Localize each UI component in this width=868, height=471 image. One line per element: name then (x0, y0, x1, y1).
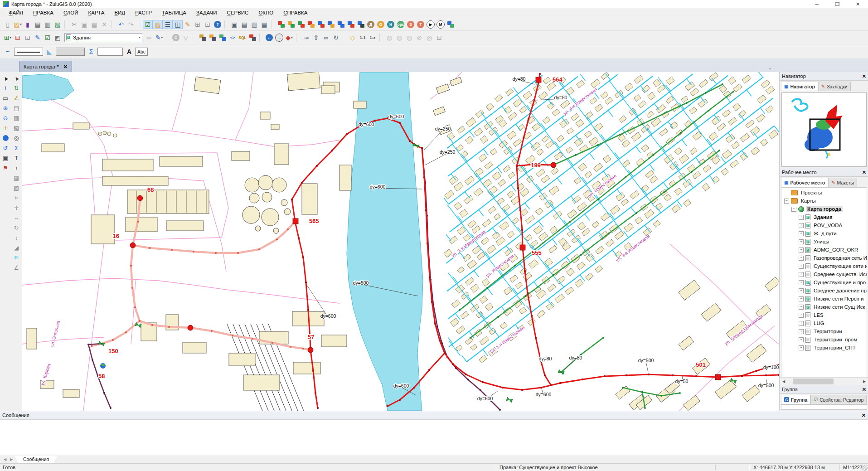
select-rect-tool-icon[interactable]: ▭ (0, 93, 10, 103)
messages-close-icon[interactable]: ✕ (862, 413, 866, 418)
font-a-icon[interactable]: A (124, 47, 134, 56)
minimize-button[interactable]: ─ (807, 0, 827, 8)
nav-forward-icon[interactable]: → (274, 33, 284, 42)
restore-button[interactable]: ❐ (827, 0, 848, 8)
tree-item-улицы[interactable]: +Улицы (781, 238, 867, 246)
import-document-icon[interactable]: ▧ (53, 20, 63, 29)
find-geo-icon[interactable] (247, 33, 257, 42)
label-tag-icon[interactable]: ◇ (348, 33, 358, 42)
scale-one-x-icon[interactable]: 1:x (368, 33, 378, 42)
zoom-out-tool-icon[interactable]: ⊖ (0, 113, 10, 123)
tree-item-admg_gor_okr[interactable]: +ADMG_GOR_OKR (781, 246, 867, 254)
tool-m-icon[interactable]: M (436, 20, 446, 29)
layer-new-icon[interactable]: ⊞▾ (3, 33, 13, 42)
tree-item-les[interactable]: +LES (781, 311, 867, 319)
wave-style-icon[interactable]: ~ (3, 47, 13, 56)
text-tool-icon[interactable]: T (11, 153, 21, 163)
messages-tab[interactable]: Сообщения (15, 456, 58, 463)
tree-expand-icon[interactable]: − (791, 207, 796, 212)
tree-item-газопроводная-сеть-и[interactable]: +Газопроводная сеть И (781, 254, 867, 262)
find-sql-icon[interactable]: SQL (238, 33, 247, 42)
crop-add-icon[interactable]: ⊡ (434, 33, 444, 42)
menu-10[interactable]: СПРАВКА (278, 8, 312, 18)
undo-icon[interactable]: ↶ (116, 20, 126, 29)
task-list-icon[interactable]: ☑ (143, 20, 153, 29)
tree-expand-icon[interactable]: + (799, 288, 804, 293)
group-tab-1[interactable]: ☑Свойства: Редактор (810, 395, 867, 404)
navigator-close-icon[interactable]: ✕ (862, 73, 866, 79)
tree-expand-icon[interactable]: + (799, 280, 804, 285)
node-marker-555[interactable] (520, 245, 525, 250)
group-tab-0[interactable]: GГруппа (781, 395, 810, 404)
copy-icon[interactable]: ▣ (79, 20, 89, 29)
tool-play-icon[interactable]: ▶ (426, 20, 436, 29)
tree-expand-icon[interactable]: + (799, 321, 804, 326)
scroll-right-icon[interactable]: ▶ (861, 379, 868, 384)
filter-clear-icon[interactable]: ▽ (181, 33, 191, 42)
thematic-tool-icon[interactable]: ▦ (11, 113, 21, 123)
record-sync-icon[interactable]: ↻ (331, 33, 341, 42)
copy-map-frame-icon[interactable]: ▣ (229, 20, 239, 29)
tool-chart-icon[interactable] (446, 20, 456, 29)
tree-expand-icon[interactable]: + (799, 272, 804, 277)
help-icon[interactable]: ? (213, 20, 223, 29)
tool-d-icon[interactable]: Д (366, 20, 376, 29)
symbol-style-icon[interactable]: Σ (86, 47, 96, 56)
tree-expand-icon[interactable]: + (799, 345, 804, 350)
tree-item-lug[interactable]: +LUG (781, 319, 867, 327)
symbol-value-box[interactable] (97, 48, 123, 56)
workspace-tab-1[interactable]: ✎Макеты (828, 178, 857, 187)
group-remove-icon[interactable]: G (171, 33, 181, 42)
rotate-tool-icon[interactable]: ↻ (11, 223, 21, 233)
scroll-left-icon[interactable]: ◀ (780, 379, 787, 384)
tree-expand-icon[interactable]: + (799, 329, 804, 334)
layer-visibility-icon[interactable]: ☑ (43, 33, 53, 42)
geom-union-icon[interactable]: ◍ (384, 33, 394, 42)
node-marker-565[interactable] (293, 219, 298, 224)
tree-expand-icon[interactable]: + (799, 223, 804, 228)
menu-8[interactable]: СЕРВИС (222, 8, 253, 18)
combo-caret-icon[interactable]: ▾ (139, 35, 141, 39)
tree-expand-icon[interactable]: + (799, 239, 804, 244)
tree-item-карта-города[interactable]: −Карта города (781, 205, 867, 213)
map-panel-icon[interactable]: ▨ (153, 20, 163, 29)
tree-horizontal-scrollbar[interactable]: ◀ ▶ (780, 377, 868, 385)
valve-icon[interactable] (98, 341, 105, 346)
marker-flag-icon[interactable]: ◆▾ (284, 33, 294, 42)
tree-expand-icon[interactable]: − (784, 199, 789, 204)
tree-expand-icon[interactable]: + (799, 215, 804, 220)
map-canvas[interactable]: 56419968165655555750115058dy=80dy=80dy=6… (22, 72, 780, 411)
profile-4-icon[interactable] (346, 20, 356, 29)
copy-window-icon[interactable]: ▦ (259, 20, 269, 29)
abc-style-button[interactable]: Abc (135, 48, 148, 56)
globe-tool-icon[interactable] (0, 133, 10, 143)
text-panel-icon[interactable]: ☰ (163, 20, 173, 29)
tree-expand-icon[interactable]: + (799, 296, 804, 301)
slope-tool-icon[interactable]: ◢ (11, 243, 21, 252)
tree-item-среднее-существ-иск[interactable]: +Среднее существ. Иск (781, 270, 867, 278)
tree-expand-icon[interactable]: + (799, 231, 804, 236)
hatch-tool-icon[interactable]: ▨ (11, 183, 21, 193)
save-icon[interactable]: ▮ (23, 20, 33, 29)
legend-tool-icon[interactable]: ▧ (11, 123, 21, 133)
tree-item-pov_voda[interactable]: +POV_VODA (781, 221, 867, 229)
layer-edit-icon[interactable]: ✎ (33, 33, 43, 42)
tree-item-территории_снт[interactable]: +Территории_СНТ (781, 344, 867, 352)
flow-tool-icon[interactable]: ⇅ (11, 83, 21, 93)
zoom-in-tool-icon[interactable]: ⊕ (0, 103, 10, 113)
node-marker-501[interactable] (715, 374, 721, 380)
net-topology-icon[interactable] (306, 20, 316, 29)
record-link-icon[interactable]: ∞ (321, 33, 331, 42)
table-search-icon[interactable]: ⊡ (203, 20, 213, 29)
messages-scroll-left-icon[interactable]: ◀ (2, 457, 8, 461)
delete-icon[interactable]: ✕ (99, 20, 109, 29)
select-tool-icon[interactable]: ▲ (0, 73, 10, 83)
group-close-icon[interactable]: ✕ (862, 387, 866, 393)
tab-close-icon[interactable]: ✕ (63, 64, 68, 70)
tree-item-здания[interactable]: +Здания (781, 213, 867, 221)
geom-intersect-icon[interactable]: ◍ (404, 33, 414, 42)
pan-tool-icon[interactable]: ✛ (0, 123, 10, 133)
node-marker-57[interactable] (308, 347, 313, 353)
find-by-code-icon[interactable]: <> (228, 33, 238, 42)
node-marker-16[interactable] (130, 243, 136, 248)
